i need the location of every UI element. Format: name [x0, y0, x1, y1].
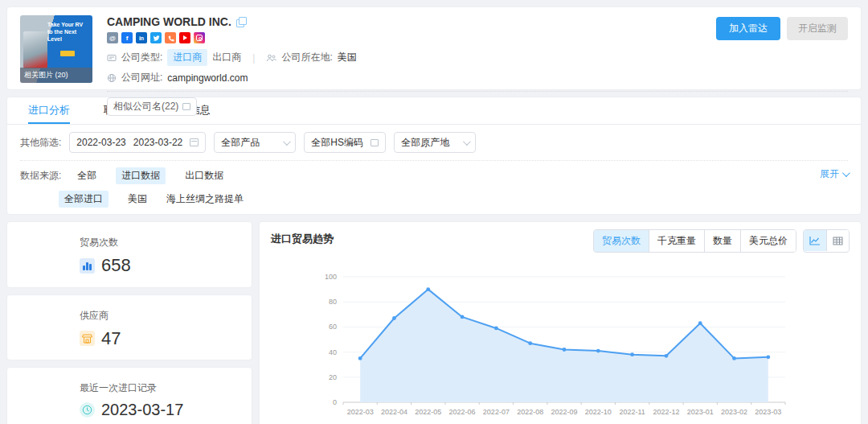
- stat-label: 最近一次进口记录: [80, 381, 252, 395]
- data-source-import[interactable]: 进口数据: [116, 167, 166, 184]
- youtube-icon[interactable]: [179, 32, 190, 43]
- trend-chart-panel: 进口贸易趋势 贸易次数 千克重量 数量 美元总价 020406080100202…: [259, 221, 862, 424]
- website-url[interactable]: campingworld.com: [167, 72, 248, 84]
- website-icon[interactable]: @: [107, 32, 118, 43]
- svg-text:2022-04: 2022-04: [381, 408, 407, 416]
- similar-companies-select[interactable]: 相似公司名(22): [107, 97, 197, 116]
- data-source-sub-row: 全部进口 美国 海上丝绸之路提单: [7, 184, 861, 208]
- metric-usd-total-button[interactable]: 美元总价: [740, 230, 796, 252]
- company-thumbnail[interactable]: Take Your RV to the Next Level 相关图片 (20): [20, 15, 92, 83]
- company-type-icon: [107, 53, 117, 63]
- stat-card-last-import: 最近一次进口记录 2023-03-17: [6, 367, 252, 424]
- location-label: 公司所在地:: [281, 51, 332, 64]
- thumbnail-promo-text: Take Your RV to the Next Level: [47, 22, 89, 43]
- chevron-down-icon: [463, 138, 471, 146]
- date-end: 2023-03-22: [133, 137, 182, 148]
- copy-icon[interactable]: [236, 17, 246, 27]
- data-source-row: 数据来源: 全部 进口数据 出口数据 展开: [7, 161, 861, 184]
- table-icon: [833, 237, 843, 245]
- stat-card-suppliers: 供应商 47: [6, 294, 252, 361]
- location-value: 美国: [338, 51, 357, 64]
- stat-card-trade-count: 贸易次数 658: [6, 221, 252, 288]
- chevron-down-icon: [283, 138, 291, 146]
- twitter-icon[interactable]: [150, 32, 162, 43]
- website-label: 公司网址:: [121, 71, 162, 84]
- tab-import-analysis[interactable]: 进口分析: [28, 97, 70, 124]
- svg-text:2022-10: 2022-10: [585, 408, 612, 416]
- other-filters-label: 其他筛选:: [20, 136, 61, 150]
- sub-source-usa[interactable]: 美国: [128, 192, 147, 206]
- instagram-icon[interactable]: [194, 32, 205, 43]
- popup-icon: [182, 103, 190, 110]
- hs-code-select[interactable]: 全部HS编码: [304, 132, 386, 153]
- thumbnail-caption: 相关图片 (20): [20, 68, 92, 83]
- svg-text:2023-02: 2023-02: [721, 408, 747, 416]
- view-toggle-group: [803, 229, 850, 253]
- svg-text:100: 100: [325, 273, 337, 281]
- data-source-label: 数据来源:: [20, 169, 61, 183]
- svg-text:2022-09: 2022-09: [551, 408, 577, 416]
- metric-trade-count-button[interactable]: 贸易次数: [594, 230, 649, 252]
- company-header-card: Take Your RV to the Next Level 相关图片 (20)…: [6, 6, 862, 90]
- data-source-all[interactable]: 全部: [77, 169, 96, 183]
- sub-source-all-import[interactable]: 全部进口: [59, 191, 108, 208]
- svg-text:2022-05: 2022-05: [415, 408, 441, 416]
- svg-text:20: 20: [329, 373, 337, 381]
- start-monitor-button[interactable]: 开启监测: [787, 17, 848, 40]
- stat-value: 2023-03-17: [101, 401, 183, 419]
- popup-icon: [371, 139, 379, 146]
- line-chart-toggle[interactable]: [804, 230, 826, 251]
- metric-quantity-button[interactable]: 数量: [704, 230, 740, 252]
- product-select[interactable]: 全部产品: [214, 132, 296, 153]
- location-icon: [266, 53, 276, 63]
- origin-select[interactable]: 全部原产地: [394, 132, 476, 153]
- facebook-icon[interactable]: f: [121, 32, 133, 43]
- table-view-toggle[interactable]: [826, 230, 849, 251]
- stat-column: 贸易次数 658 供应商 47 最近一次进口记录: [6, 221, 252, 424]
- svg-text:2022-03: 2022-03: [347, 408, 374, 416]
- metric-kg-weight-button[interactable]: 千克重量: [649, 230, 704, 252]
- add-radar-button[interactable]: 加入雷达: [716, 17, 780, 40]
- divider: |: [252, 52, 255, 64]
- similar-companies-label: 相似公司名(22): [113, 100, 178, 113]
- stat-label: 贸易次数: [80, 236, 252, 249]
- store-icon: [80, 331, 95, 346]
- chevron-down-icon: [842, 169, 850, 177]
- calendar-icon: [190, 138, 199, 146]
- thumbnail-photo: [23, 31, 47, 68]
- dotted-separator: [107, 91, 848, 92]
- svg-text:40: 40: [329, 348, 337, 356]
- svg-text:2022-11: 2022-11: [619, 408, 645, 416]
- svg-text:80: 80: [329, 298, 337, 306]
- line-chart-icon: [809, 236, 821, 245]
- svg-text:60: 60: [329, 323, 337, 331]
- metric-button-group: 贸易次数 千克重量 数量 美元总价: [593, 229, 796, 253]
- clock-icon: [80, 402, 95, 418]
- svg-text:2022-08: 2022-08: [517, 408, 543, 416]
- thumbnail-promo-button: [60, 51, 75, 56]
- globe-icon: [107, 73, 117, 83]
- bar-chart-icon: [80, 258, 95, 274]
- company-type-exporter-tag[interactable]: 出口商: [212, 51, 241, 64]
- stat-value: 658: [101, 255, 131, 276]
- stat-label: 供应商: [80, 309, 252, 323]
- sub-source-silk-road[interactable]: 海上丝绸之路提单: [166, 192, 244, 206]
- import-trend-line-chart[interactable]: 0204060801002022-032022-042022-052022-06…: [279, 267, 841, 424]
- svg-text:2022-06: 2022-06: [449, 408, 476, 416]
- svg-text:2022-12: 2022-12: [653, 408, 679, 416]
- svg-text:2023-03: 2023-03: [755, 408, 781, 416]
- date-range-picker[interactable]: 2022-03-23 2023-03-22: [69, 132, 206, 153]
- phone-icon[interactable]: [165, 32, 176, 43]
- stat-value: 47: [101, 328, 121, 349]
- svg-text:2022-07: 2022-07: [483, 408, 510, 416]
- company-type-importer-tag[interactable]: 进口商: [167, 49, 207, 66]
- company-type-label: 公司类型:: [121, 51, 162, 64]
- svg-text:0: 0: [333, 398, 337, 406]
- date-start: 2022-03-23: [76, 137, 125, 148]
- expand-link[interactable]: 展开: [820, 167, 848, 181]
- svg-text:2023-01: 2023-01: [687, 408, 714, 416]
- linkedin-icon[interactable]: in: [136, 32, 147, 43]
- data-source-export[interactable]: 出口数据: [185, 169, 223, 183]
